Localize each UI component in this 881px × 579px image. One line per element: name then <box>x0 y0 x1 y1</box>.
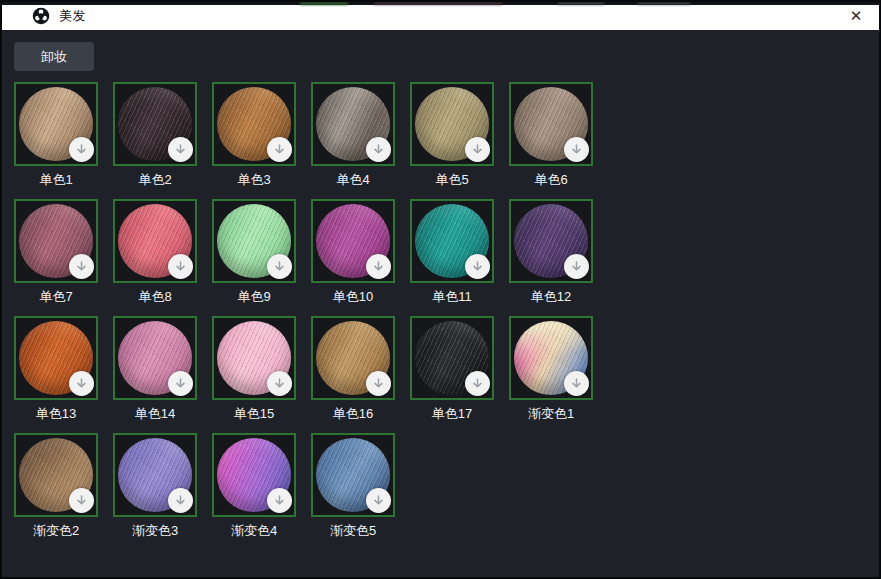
download-arrow-icon <box>372 260 385 273</box>
download-arrow-icon <box>174 494 187 507</box>
hair-color-item: 渐变色3 <box>113 433 197 539</box>
hair-color-item: 单色6 <box>509 82 593 188</box>
hair-color-item: 单色2 <box>113 82 197 188</box>
download-arrow-icon <box>570 260 583 273</box>
hair-color-tile[interactable] <box>14 82 98 166</box>
hair-color-tile[interactable] <box>113 82 197 166</box>
download-button[interactable] <box>69 488 94 513</box>
hair-color-label: 单色1 <box>14 172 98 188</box>
download-button[interactable] <box>69 137 94 162</box>
hair-color-tile[interactable] <box>212 199 296 283</box>
hair-color-tile[interactable] <box>212 433 296 517</box>
download-button[interactable] <box>267 371 292 396</box>
download-arrow-icon <box>174 143 187 156</box>
download-button[interactable] <box>564 371 589 396</box>
hair-color-tile[interactable] <box>509 199 593 283</box>
hair-color-tile[interactable] <box>113 433 197 517</box>
download-button[interactable] <box>366 371 391 396</box>
hair-color-label: 单色17 <box>410 406 494 422</box>
hair-color-tile[interactable] <box>311 316 395 400</box>
hair-color-tile[interactable] <box>311 199 395 283</box>
download-button[interactable] <box>366 488 391 513</box>
background-artifact <box>638 2 690 5</box>
download-arrow-icon <box>570 143 583 156</box>
download-arrow-icon <box>570 377 583 390</box>
download-arrow-icon <box>372 143 385 156</box>
background-window-edge <box>2 2 879 5</box>
background-artifact <box>558 2 604 5</box>
hair-color-item: 单色13 <box>14 316 98 422</box>
hair-color-item: 单色16 <box>311 316 395 422</box>
hair-color-tile[interactable] <box>212 82 296 166</box>
hair-color-tile[interactable] <box>14 316 98 400</box>
hair-color-label: 单色8 <box>113 289 197 305</box>
hair-color-tile[interactable] <box>509 316 593 400</box>
download-arrow-icon <box>372 494 385 507</box>
hair-color-label: 单色10 <box>311 289 395 305</box>
download-arrow-icon <box>75 260 88 273</box>
download-button[interactable] <box>168 488 193 513</box>
hair-color-label: 单色12 <box>509 289 593 305</box>
hair-color-label: 单色9 <box>212 289 296 305</box>
hair-color-label: 单色7 <box>14 289 98 305</box>
dialog-body: 卸妆 单色1 单色2 <box>2 42 879 539</box>
download-button[interactable] <box>69 254 94 279</box>
hair-color-tile[interactable] <box>311 433 395 517</box>
hair-color-item: 单色15 <box>212 316 296 422</box>
hair-color-label: 单色14 <box>113 406 197 422</box>
hair-color-item: 单色3 <box>212 82 296 188</box>
download-button[interactable] <box>168 254 193 279</box>
hair-color-label: 单色4 <box>311 172 395 188</box>
download-button[interactable] <box>267 254 292 279</box>
download-button[interactable] <box>69 371 94 396</box>
close-button[interactable]: ✕ <box>843 4 869 28</box>
background-artifact <box>374 2 502 5</box>
download-button[interactable] <box>366 254 391 279</box>
hair-color-tile[interactable] <box>14 199 98 283</box>
hair-color-tile[interactable] <box>113 316 197 400</box>
download-arrow-icon <box>75 494 88 507</box>
hair-color-label: 渐变色4 <box>212 523 296 539</box>
hair-color-tile[interactable] <box>410 82 494 166</box>
window-title: 美发 <box>59 7 86 25</box>
hair-color-tile[interactable] <box>410 316 494 400</box>
hair-color-tile[interactable] <box>509 82 593 166</box>
download-button[interactable] <box>465 371 490 396</box>
hair-color-tile[interactable] <box>14 433 98 517</box>
download-button[interactable] <box>366 137 391 162</box>
download-arrow-icon <box>471 260 484 273</box>
hair-color-tile[interactable] <box>410 199 494 283</box>
remove-makeup-button[interactable]: 卸妆 <box>14 42 94 71</box>
hair-color-label: 渐变色3 <box>113 523 197 539</box>
titlebar[interactable]: 美发 ✕ <box>2 2 879 30</box>
hair-color-item: 单色11 <box>410 199 494 305</box>
hair-color-tile[interactable] <box>113 199 197 283</box>
download-arrow-icon <box>372 377 385 390</box>
download-arrow-icon <box>273 143 286 156</box>
download-arrow-icon <box>273 494 286 507</box>
hair-color-item: 渐变色1 <box>509 316 593 422</box>
download-arrow-icon <box>75 143 88 156</box>
hair-color-item: 单色10 <box>311 199 395 305</box>
hair-color-item: 单色14 <box>113 316 197 422</box>
hair-color-item: 渐变色5 <box>311 433 395 539</box>
download-button[interactable] <box>267 488 292 513</box>
hair-color-tile[interactable] <box>212 316 296 400</box>
download-button[interactable] <box>465 137 490 162</box>
hair-color-item: 单色4 <box>311 82 395 188</box>
download-button[interactable] <box>465 254 490 279</box>
hair-color-label: 单色2 <box>113 172 197 188</box>
download-button[interactable] <box>168 371 193 396</box>
hair-color-item: 单色17 <box>410 316 494 422</box>
download-button[interactable] <box>267 137 292 162</box>
hair-color-item: 单色9 <box>212 199 296 305</box>
hair-color-tile[interactable] <box>311 82 395 166</box>
download-button[interactable] <box>564 137 589 162</box>
download-button[interactable] <box>564 254 589 279</box>
download-arrow-icon <box>174 260 187 273</box>
obs-logo-icon <box>32 7 50 25</box>
hair-color-label: 单色6 <box>509 172 593 188</box>
download-button[interactable] <box>168 137 193 162</box>
hair-color-label: 单色16 <box>311 406 395 422</box>
download-arrow-icon <box>273 260 286 273</box>
